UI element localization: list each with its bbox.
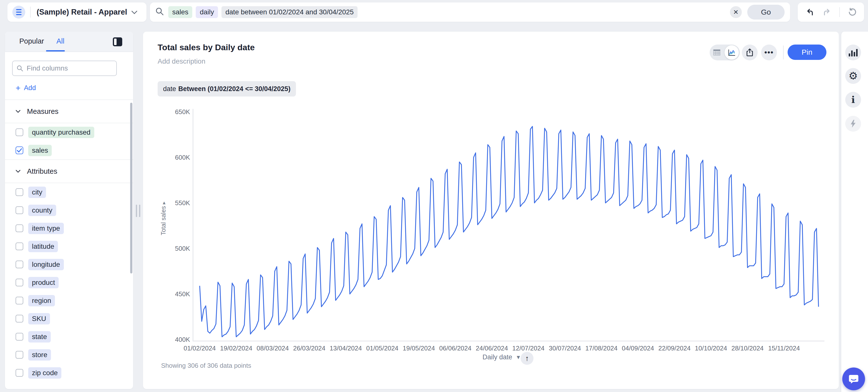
gear-icon: ⚙ [848, 71, 858, 81]
chat-button[interactable] [842, 367, 865, 390]
chart-config-button[interactable] [845, 44, 861, 60]
sort-ascending-button[interactable]: ↑ [521, 352, 533, 365]
lightning-icon [850, 120, 856, 128]
info-button[interactable]: i [845, 92, 861, 108]
info-icon: i [851, 95, 855, 104]
chat-bubble-icon [848, 373, 860, 385]
chevron-down-icon: ▼ [516, 354, 521, 361]
x-axis-field-selector[interactable]: Daily date ▼ [483, 353, 521, 361]
y-axis-title[interactable]: Total sales ▸ [160, 194, 167, 243]
chart-area: 650K600K550K500K450K400K 01/02/202419/02… [0, 0, 868, 392]
sales-line-chart[interactable] [0, 0, 868, 392]
total-sales-line[interactable] [200, 126, 818, 337]
settings-button[interactable]: ⚙ [845, 68, 861, 84]
bar-chart-icon [849, 49, 858, 56]
chart-axes [193, 109, 825, 341]
spotiq-button[interactable] [845, 116, 861, 132]
axis-expand-icon: ▸ [161, 202, 167, 204]
right-toolbar: ⚙ i [841, 32, 868, 392]
